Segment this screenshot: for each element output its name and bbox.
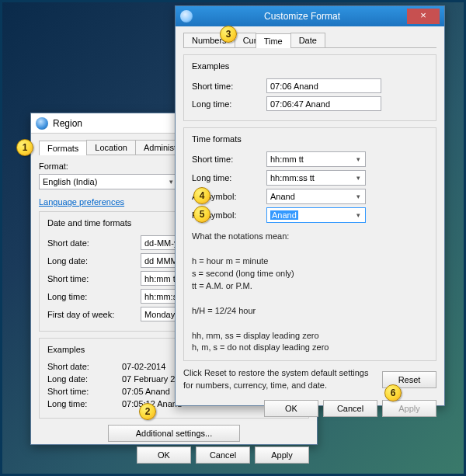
- tab-date[interactable]: Date: [290, 33, 325, 47]
- pm-symbol-v: Anand: [270, 210, 298, 220]
- date-time-formats-legend: Date and time formats: [44, 218, 134, 228]
- tf-short-time-l: Short time:: [192, 155, 266, 164]
- format-value: English (India): [43, 177, 97, 186]
- long-date-label: Long date:: [47, 256, 141, 266]
- callout-2: 2: [139, 403, 156, 420]
- ex-short-time-l: Short time:: [47, 387, 122, 396]
- am-symbol-dropdown[interactable]: Anand ▾: [266, 189, 366, 204]
- notes-heading: What the notations mean:: [192, 231, 428, 243]
- time-formats-legend: Time formats: [189, 134, 245, 144]
- cust-ex-st-v: 07:06 Anand: [266, 78, 381, 93]
- cust-ex-lt-l: Long time:: [192, 99, 266, 109]
- chevron-down-icon: ▾: [353, 193, 363, 200]
- tf-long-time-v: hh:mm:ss tt: [270, 173, 315, 182]
- cust-ex-lt-v: 07:06:47 Anand: [266, 96, 381, 111]
- ex-long-date-l: Long date:: [47, 374, 122, 384]
- first-day-label: First day of week:: [47, 310, 141, 319]
- notes-line-5: hh, mm, ss = display leading zero: [192, 330, 428, 342]
- tf-short-time-dropdown[interactable]: hh:mm tt ▾: [266, 151, 366, 167]
- callout-6: 6: [384, 384, 402, 401]
- additional-settings-button[interactable]: Additional settings...: [108, 425, 240, 442]
- notes-line-1: h = hour m = minute: [192, 255, 428, 268]
- customize-titlebar: Customize Format ×: [176, 6, 444, 26]
- notes-line-3: tt = A.M. or P.M.: [192, 280, 428, 293]
- ex-short-date-v: 07-02-2014: [122, 362, 165, 371]
- chevron-down-icon: ▾: [353, 174, 363, 182]
- cust-cancel-button[interactable]: Cancel: [323, 400, 377, 417]
- cust-ex-st-l: Short time:: [192, 82, 266, 91]
- callout-1: 1: [16, 139, 33, 156]
- short-date-label: Short date:: [47, 238, 141, 248]
- tab-formats[interactable]: Formats: [39, 141, 87, 155]
- chevron-down-icon: ▾: [353, 155, 363, 163]
- callout-4: 4: [193, 187, 210, 204]
- am-symbol-v: Anand: [270, 192, 295, 201]
- notes-line-2: s = second (long time only): [192, 268, 428, 280]
- cust-apply-button[interactable]: Apply: [382, 400, 436, 417]
- cust-examples-legend: Examples: [189, 61, 232, 71]
- customize-format-window: Customize Format × Numbers Currency Time…: [175, 5, 445, 406]
- settings-icon: [180, 10, 193, 23]
- examples-legend: Examples: [44, 345, 88, 354]
- format-dropdown[interactable]: English (India) ▾: [39, 174, 179, 189]
- chevron-down-icon: ▾: [353, 211, 363, 219]
- short-time-label: Short time:: [47, 274, 141, 283]
- cust-ok-button[interactable]: OK: [264, 400, 318, 417]
- ex-long-time-l: Long time:: [47, 399, 122, 408]
- callout-3: 3: [220, 26, 237, 43]
- format-label: Format:: [39, 162, 113, 171]
- long-time-label: Long time:: [47, 292, 141, 301]
- tab-location[interactable]: Location: [86, 140, 136, 155]
- tf-short-time-v: hh:mm tt: [270, 155, 304, 164]
- customize-title: Customize Format: [197, 11, 407, 22]
- notes-line-4: h/H = 12/24 hour: [192, 305, 428, 318]
- language-preferences-link[interactable]: Language preferences: [39, 197, 124, 207]
- region-title: Region: [53, 118, 82, 129]
- close-button[interactable]: ×: [407, 9, 440, 24]
- callout-5: 5: [193, 206, 210, 223]
- globe-icon: [36, 117, 48, 130]
- tf-long-time-l: Long time:: [192, 173, 266, 182]
- region-apply-button[interactable]: Apply: [255, 446, 309, 464]
- tab-time[interactable]: Time: [256, 33, 291, 48]
- region-cancel-button[interactable]: Cancel: [196, 446, 250, 464]
- ex-short-time-v: 07:05 Anand: [122, 387, 170, 396]
- region-ok-button[interactable]: OK: [137, 446, 191, 464]
- notes-line-6: h, m, s = do not display leading zero: [192, 342, 428, 354]
- tab-currency[interactable]: Currency: [235, 33, 256, 47]
- tf-long-time-dropdown[interactable]: hh:mm:ss tt ▾: [266, 170, 366, 186]
- pm-symbol-dropdown[interactable]: Anand ▾: [266, 207, 366, 223]
- ex-short-date-l: Short date:: [47, 362, 122, 371]
- reset-hint: Click Reset to restore the system defaul…: [183, 367, 376, 392]
